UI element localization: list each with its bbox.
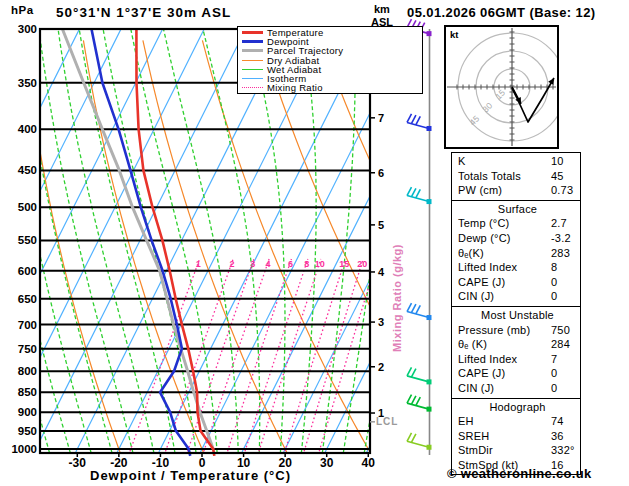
- panel-row-value: 750: [551, 323, 577, 338]
- temp-tick-label: -30: [69, 456, 87, 470]
- panel-row-value: 0: [551, 366, 577, 381]
- altitude-tick-label: 6: [378, 167, 384, 179]
- pressure-tick-label: 400: [18, 123, 37, 135]
- panel-row: PW (cm)0.73: [458, 183, 577, 198]
- legend-label: Mixing Ratio: [267, 83, 323, 92]
- panel-row: Dewp (°C)-3.2: [458, 231, 577, 246]
- panel-row-label: K: [458, 154, 551, 169]
- panel-row-label: θₑ(K): [458, 246, 551, 261]
- pressure-tick-label: 500: [18, 201, 37, 213]
- wind-barb: [407, 367, 432, 384]
- legend-swatch: [242, 49, 263, 52]
- altitude-tick-label: 4: [378, 266, 385, 278]
- altitude-tick-label: 7: [378, 112, 384, 124]
- panel-row-label: Totals Totals: [458, 169, 551, 184]
- panel-row: Lifted Index7: [458, 352, 577, 367]
- altitude-tick-label: 5: [378, 219, 384, 231]
- pressure-tick-label: 450: [18, 164, 37, 176]
- panel-row-label: Pressure (mb): [458, 323, 551, 338]
- legend-swatch: [242, 60, 263, 61]
- pressure-tick-label: 700: [18, 319, 37, 331]
- panel-row: θₑ (K)284: [458, 337, 577, 352]
- legend-item-mixing-ratio: Mixing Ratio: [242, 83, 422, 92]
- hodograph-ring-label: 45: [467, 113, 481, 127]
- panel-row-value: 0.73: [551, 183, 577, 198]
- panel-row: θₑ(K)283: [458, 246, 577, 261]
- panel-row-value: 10: [551, 154, 577, 169]
- legend: TemperatureDewpointParcel TrajectoryDry …: [237, 26, 423, 94]
- credit-watermark: © weatheronline.co.uk: [447, 466, 591, 481]
- panel-row: StmDir332°: [458, 443, 577, 458]
- panel-row: CIN (J)0: [458, 289, 577, 304]
- pressure-tick-label: 600: [18, 265, 37, 277]
- wind-barb: [407, 187, 432, 204]
- panel-row-value: 283: [551, 246, 577, 261]
- wet-adiabat-line: [0, 29, 10, 459]
- panel-section: K10Totals Totals45PW (cm)0.73: [452, 153, 580, 200]
- hodograph-ring-label: 15: [493, 87, 507, 101]
- panel-row-value: -3.2: [551, 231, 577, 246]
- mixing-ratio-value-label: 1: [196, 259, 201, 269]
- dry-adiabat-line: [619, 40, 629, 459]
- mixing-ratio-axis-label: Mixing Ratio (g/kg): [391, 244, 403, 352]
- legend-swatch: [242, 87, 263, 88]
- panel-row-value: 45: [551, 169, 577, 184]
- panel-row: K10: [458, 154, 577, 169]
- panel-row-value: 284: [551, 337, 577, 352]
- station-title: 50°31'N 1°37'E 30m ASL: [56, 5, 231, 20]
- panel-row-value: 7: [551, 352, 577, 367]
- wet-adiabat-line: [164, 29, 239, 459]
- hodograph-ring-label: 30: [480, 100, 494, 114]
- lcl-label: LCL: [376, 416, 398, 427]
- mixing-ratio-value-label: 15: [339, 259, 349, 269]
- panel-row-value: 0: [551, 275, 577, 290]
- panel-row-value: 0: [551, 381, 577, 396]
- skewt-weather-chart: 1234681015202530035040045050055060065070…: [0, 0, 629, 486]
- temp-tick-label: 30: [320, 456, 334, 470]
- run-datetime: 05.01.2026 06GMT (Base: 12): [407, 5, 596, 20]
- pressure-tick-label: 300: [18, 23, 37, 35]
- panel-row: SREH36: [458, 429, 577, 444]
- panel-section-title: Most Unstable: [458, 308, 577, 323]
- panel-row: CAPE (J)0: [458, 275, 577, 290]
- panel-row-value: 0: [551, 289, 577, 304]
- panel-row-value: 74: [551, 414, 577, 429]
- panel-section-most-unstable: Most UnstablePressure (mb)750θₑ (K)284Li…: [452, 306, 580, 398]
- hodograph: 153045: [445, 26, 566, 148]
- temp-tick-label: 40: [362, 456, 376, 470]
- panel-row-label: StmDir: [458, 443, 551, 458]
- pressure-tick-label: 1000: [11, 443, 37, 455]
- panel-row-value: 36: [551, 429, 577, 444]
- legend-swatch: [242, 78, 263, 79]
- mixing-ratio-value-label: 3: [250, 259, 255, 269]
- x-axis-label: Dewpoint / Temperature (°C): [90, 468, 291, 483]
- pressure-tick-label: 800: [18, 365, 37, 377]
- panel-section-surface: SurfaceTemp (°C)2.7Dewp (°C)-3.2θₑ(K)283…: [452, 200, 580, 306]
- mixing-ratio-value-label: 8: [304, 259, 309, 269]
- wind-barb: [407, 395, 432, 412]
- panel-section-hodograph: HodographEH74SREH36StmDir332°StmSpd (kt)…: [452, 398, 580, 475]
- panel-row-label: θₑ (K): [458, 337, 551, 352]
- altitude-tick-label: 2: [378, 361, 384, 373]
- panel-row-label: PW (cm): [458, 183, 551, 198]
- panel-row-value: 332°: [551, 443, 577, 458]
- pressure-tick-label: 750: [18, 343, 37, 355]
- pressure-tick-label: 950: [18, 425, 37, 437]
- indices-panel: K10Totals Totals45PW (cm)0.73SurfaceTemp…: [451, 152, 581, 475]
- panel-row-label: CIN (J): [458, 381, 551, 396]
- panel-row: CIN (J)0: [458, 381, 577, 396]
- panel-section-title: Surface: [458, 202, 577, 217]
- panel-row: Totals Totals45: [458, 169, 577, 184]
- dry-adiabat-line: [24, 40, 123, 459]
- mixing-ratio-value-label: 10: [315, 259, 325, 269]
- altitude-tick-label: 3: [378, 316, 384, 328]
- panel-row-label: Lifted Index: [458, 352, 551, 367]
- panel-row-label: Temp (°C): [458, 216, 551, 231]
- panel-row-label: EH: [458, 414, 551, 429]
- altitude-axis-unit-km: km: [374, 3, 390, 15]
- pressure-tick-label: 850: [18, 386, 37, 398]
- panel-row: Lifted Index8: [458, 260, 577, 275]
- panel-row-label: CIN (J): [458, 289, 551, 304]
- panel-row-label: CAPE (J): [458, 275, 551, 290]
- mixing-ratio-value-label: 6: [288, 259, 293, 269]
